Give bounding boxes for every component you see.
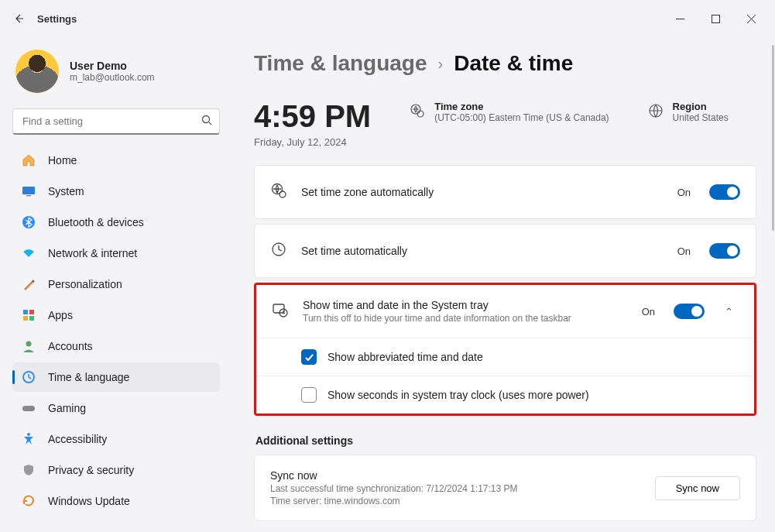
sync-now-button[interactable]: Sync now [655, 476, 740, 500]
sidebar-item-label: Apps [48, 309, 73, 321]
option-label: Show abbreviated time and date [327, 351, 483, 363]
close-icon [747, 15, 756, 23]
checkbox-seconds[interactable] [301, 387, 317, 403]
breadcrumb-parent[interactable]: Time & language [254, 51, 427, 76]
additional-settings-heading: Additional settings [255, 434, 756, 447]
setting-auto-timezone: Set time zone automatically On [255, 166, 756, 218]
checkbox-abbreviated[interactable] [301, 349, 317, 365]
svg-point-1 [203, 116, 210, 123]
maximize-icon [712, 15, 720, 23]
maximize-button[interactable] [698, 6, 733, 31]
timezone-auto-icon [270, 182, 287, 202]
gamepad-icon [22, 401, 36, 415]
sidebar-item-bluetooth[interactable]: Bluetooth & devices [12, 208, 220, 237]
timezone-icon [410, 103, 425, 122]
option-label: Show seconds in system tray clock (uses … [327, 389, 589, 401]
sidebar-item-label: System [48, 185, 84, 197]
accessibility-icon [22, 432, 36, 446]
minimize-button[interactable] [662, 6, 698, 31]
sidebar-item-label: Bluetooth & devices [48, 216, 144, 228]
sidebar-item-home[interactable]: Home [12, 146, 220, 175]
timezone-value: (UTC-05:00) Eastern Time (US & Canada) [434, 112, 609, 123]
sidebar-item-label: Time & language [48, 371, 129, 383]
setting-tray-time: Show time and date in the System tray Tu… [256, 285, 754, 338]
svg-rect-0 [712, 15, 719, 22]
clock-icon [270, 241, 287, 261]
home-icon [22, 153, 36, 167]
sidebar-item-network[interactable]: Network & internet [12, 239, 220, 268]
wifi-icon [22, 246, 36, 260]
option-abbreviated-time[interactable]: Show abbreviated time and date [256, 338, 754, 376]
sync-title: Sync now [270, 469, 641, 482]
globe-icon [648, 103, 664, 122]
sidebar-item-time-language[interactable]: Time & language [12, 362, 220, 392]
svg-point-17 [279, 191, 286, 197]
breadcrumb-current: Date & time [454, 51, 573, 76]
region-label: Region [673, 101, 729, 112]
sidebar-item-label: Home [48, 154, 77, 166]
svg-point-12 [27, 433, 30, 436]
setting-sync-now: Sync now Last successful time synchroniz… [255, 455, 756, 520]
sync-last: Last successful time synchronization: 7/… [270, 483, 641, 494]
sidebar-item-label: Windows Update [48, 495, 130, 507]
setting-subtitle: Turn this off to hide your time and date… [303, 313, 628, 324]
setting-title: Set time automatically [301, 245, 664, 257]
close-button[interactable] [733, 6, 769, 31]
sidebar-item-windows-update[interactable]: Windows Update [12, 486, 220, 516]
back-button[interactable] [6, 6, 31, 31]
arrow-left-icon [12, 12, 25, 25]
toggle-state: On [677, 187, 691, 198]
option-show-seconds[interactable]: Show seconds in system tray clock (uses … [256, 376, 754, 414]
svg-rect-6 [29, 310, 34, 314]
window-title: Settings [37, 13, 77, 25]
search-input[interactable] [12, 108, 220, 135]
chevron-right-icon: › [438, 55, 444, 73]
search-icon [201, 115, 212, 129]
setting-title: Set time zone automatically [301, 186, 664, 198]
sidebar-item-label: Accounts [48, 340, 93, 352]
svg-rect-8 [29, 316, 34, 321]
user-email: m_lab@outlook.com [70, 72, 155, 83]
update-icon [22, 494, 36, 508]
sidebar-item-label: Personalization [48, 278, 122, 290]
svg-rect-3 [26, 195, 31, 197]
sidebar-item-apps[interactable]: Apps [12, 300, 220, 330]
bluetooth-icon [22, 215, 36, 229]
apps-icon [22, 308, 36, 322]
highlighted-setting-group: Show time and date in the System tray Tu… [254, 283, 756, 416]
scrollbar[interactable] [772, 45, 774, 231]
svg-rect-5 [23, 310, 28, 314]
taskbar-clock-icon [272, 301, 289, 321]
sidebar-item-accounts[interactable]: Accounts [12, 331, 220, 361]
system-icon [22, 184, 36, 198]
user-profile[interactable]: User Demo m_lab@outlook.com [12, 43, 220, 105]
sidebar-item-system[interactable]: System [12, 177, 220, 206]
toggle-auto-time[interactable] [709, 243, 740, 259]
check-icon [304, 352, 314, 362]
timezone-label: Time zone [434, 101, 609, 112]
breadcrumb: Time & language › Date & time [254, 51, 756, 76]
toggle-state: On [642, 306, 655, 317]
sync-server: Time server: time.windows.com [270, 496, 641, 506]
current-time: 4:59 PM [254, 101, 371, 132]
avatar [15, 50, 59, 93]
sidebar-item-gaming[interactable]: Gaming [12, 393, 220, 423]
svg-rect-2 [22, 187, 35, 194]
setting-title: Show time and date in the System tray [303, 299, 628, 311]
sidebar-item-personalization[interactable]: Personalization [12, 269, 220, 299]
person-icon [22, 339, 36, 353]
toggle-auto-timezone[interactable] [709, 184, 740, 200]
svg-point-14 [417, 111, 424, 117]
sidebar-item-privacy[interactable]: Privacy & security [12, 455, 220, 485]
toggle-tray-time[interactable] [674, 304, 705, 319]
sidebar-item-label: Network & internet [48, 247, 137, 259]
clock-globe-icon [22, 370, 36, 384]
sidebar-item-label: Privacy & security [48, 464, 134, 476]
chevron-up-icon[interactable]: ⌃ [718, 306, 739, 317]
sidebar-item-label: Gaming [48, 402, 86, 414]
sidebar-item-label: Accessibility [48, 433, 107, 445]
paintbrush-icon [22, 277, 36, 291]
sidebar-item-accessibility[interactable]: Accessibility [12, 424, 220, 454]
setting-auto-time: Set time automatically On [255, 225, 756, 277]
svg-rect-11 [22, 406, 35, 411]
